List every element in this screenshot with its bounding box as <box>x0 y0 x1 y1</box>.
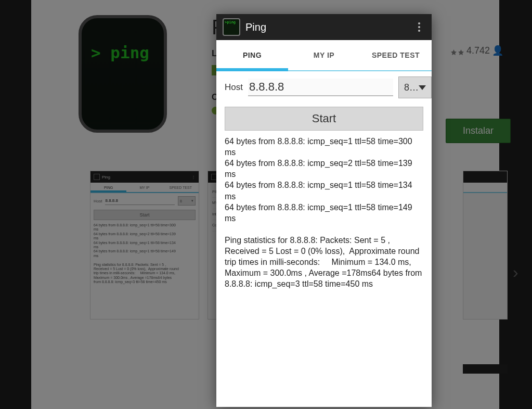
app-icon-text: >ping <box>225 20 236 24</box>
host-input[interactable] <box>248 79 393 96</box>
app-icon: >ping <box>223 18 240 36</box>
overflow-menu-icon[interactable] <box>413 19 425 35</box>
host-label: Host <box>225 82 243 93</box>
titlebar: >ping Ping <box>216 14 432 40</box>
app-name: Ping <box>245 21 266 33</box>
tab-ping[interactable]: PING <box>216 40 288 70</box>
chevron-down-icon <box>419 85 426 90</box>
tab-speedtest[interactable]: SPEED TEST <box>360 40 432 70</box>
ping-output: 64 bytes from 8.8.8.8: icmp_seq=1 ttl=58… <box>216 134 432 292</box>
dropdown-value: 8… <box>404 82 419 93</box>
count-dropdown[interactable]: 8… <box>398 76 432 98</box>
tab-bar: PING MY IP SPEED TEST <box>216 40 432 71</box>
tab-myip[interactable]: MY IP <box>288 40 360 70</box>
start-button[interactable]: Start <box>225 107 423 131</box>
host-row: Host 8… <box>216 71 432 101</box>
screenshot-modal: >ping Ping PING MY IP SPEED TEST Host 8…… <box>216 14 432 407</box>
